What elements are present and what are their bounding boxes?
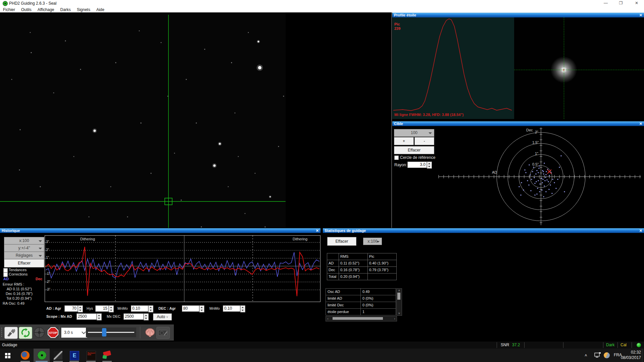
max-dec-input[interactable]: 2500 xyxy=(123,313,144,320)
dec-mode-select[interactable]: Auto ˅ xyxy=(153,313,172,320)
clock-time[interactable]: 02:32 xyxy=(625,350,641,355)
menu-signets[interactable]: Signets xyxy=(74,7,93,12)
menu-affichage[interactable]: Affichage xyxy=(35,7,57,12)
slider-handle[interactable] xyxy=(102,328,106,337)
max-dec-label: Mx DEC xyxy=(107,314,120,318)
max-ra-input[interactable]: 2500 xyxy=(77,313,97,320)
backyardeos-icon: BackyardEOS xyxy=(87,351,96,360)
tray-app-icon[interactable] xyxy=(604,352,610,358)
menu-fichier[interactable]: Fichier xyxy=(0,7,18,12)
taskbar-phd2[interactable] xyxy=(34,349,50,362)
rms-title: Erreur RMS : xyxy=(3,282,24,286)
taskbar-image-viewer[interactable] xyxy=(50,349,66,362)
main-toolbar: STOP 3.0 s xyxy=(0,324,174,341)
guiding-history-graph: Dithering Dithering 3" 2" 1" -1" -2" -3" xyxy=(45,235,320,302)
extra-table-cell: 1 xyxy=(361,309,396,315)
ad-aggression-input[interactable]: 70 xyxy=(64,305,78,312)
history-clear-button[interactable]: Effacer xyxy=(4,259,44,267)
max-dec-spinner[interactable] xyxy=(144,313,149,320)
history-settings-select[interactable]: Réglages xyxy=(4,252,44,259)
ytick-m2: -2" xyxy=(46,280,50,284)
splitter-vertical[interactable] xyxy=(391,12,392,228)
toolbar-grip-handle[interactable] xyxy=(1,327,3,338)
horizontal-scrollbar[interactable]: ‹ › xyxy=(326,316,397,321)
restore-button[interactable]: ❐ xyxy=(616,0,626,6)
menu-aide[interactable]: Aide xyxy=(93,7,107,12)
star-profile-close-icon[interactable]: ✕ xyxy=(639,13,642,17)
select-star-button[interactable] xyxy=(33,327,46,338)
show-desktop-button[interactable] xyxy=(642,349,644,362)
trends-checkbox[interactable] xyxy=(3,268,8,273)
dec-minmove-input[interactable]: 0.10 xyxy=(223,305,240,312)
chevron-down-icon xyxy=(376,241,380,243)
ad-aggression-spinner[interactable] xyxy=(78,305,83,312)
ad-minmove-input[interactable]: 0.10 xyxy=(131,305,148,312)
start-button[interactable] xyxy=(0,349,15,362)
clock-date[interactable]: 08/03/2017 xyxy=(617,355,641,360)
stop-button[interactable]: STOP xyxy=(47,327,59,338)
guiding-status-led xyxy=(637,343,641,347)
max-ra-spinner[interactable] xyxy=(97,313,102,320)
taskbar-firefox[interactable] xyxy=(17,349,33,362)
dec-aggression-spinner[interactable] xyxy=(199,305,204,312)
extra-table-cell: étoile perdue xyxy=(326,309,361,315)
exposure-value: 3.0 s xyxy=(64,330,73,335)
scroll-right-icon[interactable]: › xyxy=(393,317,396,320)
phd2-taskbar-icon xyxy=(38,351,46,360)
scroll-down-icon[interactable]: ˅ xyxy=(397,312,402,315)
stats-clear-button[interactable]: Effacer xyxy=(327,237,356,246)
dec-minmove-spinner[interactable] xyxy=(240,305,245,312)
ad-minmove-spinner[interactable] xyxy=(148,305,153,312)
ring-label-2: 2" xyxy=(535,130,538,134)
rms-table-cell: Total xyxy=(327,274,339,280)
network-icon[interactable] xyxy=(594,352,601,359)
hysteresis-spinner[interactable] xyxy=(109,305,114,312)
ad-mnmo-label: MnMo xyxy=(117,306,128,310)
rms-table-cell: 0.16 (0.78'') xyxy=(339,267,368,274)
close-button[interactable]: ✕ xyxy=(632,0,642,6)
guide-camera-view[interactable] xyxy=(0,12,391,228)
guiding-stats-panel: Statistiques de guidage ✕ Effacer x:100 … xyxy=(323,228,644,322)
scope-label: Scope : Mx AD xyxy=(46,314,72,318)
menu-outils[interactable]: Outils xyxy=(18,7,35,12)
ring-label-15: 1.5" xyxy=(532,140,539,144)
exposure-select[interactable]: 3.0 s xyxy=(61,327,87,338)
taskbar-backyardeos[interactable]: BackyardEOS xyxy=(83,349,99,362)
dec-aggression-input[interactable]: 80 xyxy=(182,305,199,312)
minimize-button[interactable]: — xyxy=(601,0,611,6)
tray-expand-icon[interactable]: ˄ xyxy=(585,353,587,358)
dithering-label-right: Dithering xyxy=(293,237,307,241)
dark-status: Dark xyxy=(606,343,614,347)
camera-settings-button[interactable] xyxy=(156,327,170,339)
stats-scale-select[interactable]: x:100 xyxy=(363,238,382,245)
rms-table-cell: Dec xyxy=(327,267,339,274)
hscrollbar-thumb[interactable] xyxy=(333,317,383,320)
advanced-settings-button[interactable] xyxy=(144,327,156,338)
ad-legend: AD xyxy=(3,277,9,281)
hys-label: Hys xyxy=(87,306,93,310)
peak-label: Pic xyxy=(394,22,400,26)
scroll-up-icon[interactable]: ˄ xyxy=(397,289,402,292)
toolbar-separator xyxy=(59,326,59,339)
windows-logo-icon xyxy=(0,349,15,362)
ad-agr-label: AD : Agr xyxy=(46,306,61,310)
scrollbar-thumb[interactable] xyxy=(397,293,400,300)
stretch-slider[interactable] xyxy=(86,327,136,337)
taskbar-eqmod[interactable]: E xyxy=(66,349,82,362)
status-bar: Guidage SNR 37.2 Dark Cal xyxy=(0,342,644,349)
loop-exposures-button[interactable] xyxy=(19,327,32,339)
taskbar-red-app[interactable] xyxy=(99,349,115,362)
history-yrange-select[interactable]: y:+/-4'' xyxy=(4,244,44,252)
vertical-scrollbar[interactable]: ˄ ˅ xyxy=(396,288,402,316)
plug-icon xyxy=(5,327,17,339)
menu-darks[interactable]: Darks xyxy=(57,7,74,12)
history-scale-select[interactable]: x:100 xyxy=(4,237,44,244)
extra-stats-table: Osc AD0.49limité AD0 (0%)limité Dec0 (0%… xyxy=(326,288,396,315)
hysteresis-input[interactable]: 15 xyxy=(95,305,109,312)
scroll-left-icon[interactable]: ‹ xyxy=(327,317,329,320)
history-close-icon[interactable]: ✕ xyxy=(316,228,319,233)
extra-table-cell: limité AD xyxy=(326,295,361,302)
connect-equipment-button[interactable] xyxy=(4,327,18,339)
stats-close-icon[interactable]: ✕ xyxy=(639,228,642,233)
corrections-checkbox[interactable] xyxy=(3,273,8,277)
